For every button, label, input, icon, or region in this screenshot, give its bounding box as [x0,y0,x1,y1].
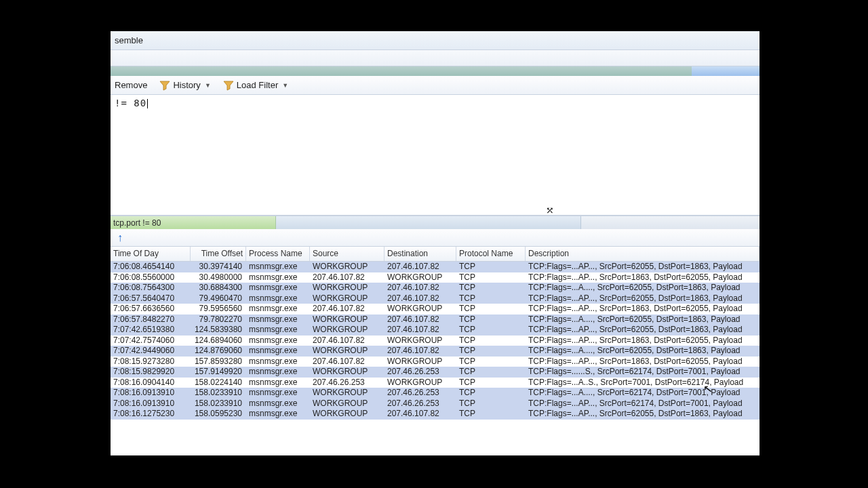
cell-protocol: TCP [456,262,526,272]
pane-toolbar: ↑ [111,229,760,247]
cell-time: 7:08:16.0913910 [111,399,191,409]
cell-protocol: TCP [456,409,526,420]
table-row[interactable]: 7:06:08.756430030.6884300msnmsgr.exeWORK… [111,283,760,293]
table-row[interactable]: 7:06:57.848227079.7802270msnmsgr.exeWORK… [111,314,760,325]
cell-process: msnmsgr.exe [246,388,310,399]
load-filter-label: Load Filter [237,80,278,90]
filter-text: != 80 [115,98,146,108]
chevron-down-icon: ▼ [282,82,288,89]
cell-destination: WORKGROUP [384,336,456,346]
cell-description: TCP:Flags=...AP..., SrcPort=1863, DstPor… [526,357,760,367]
cell-source: WORKGROUP [310,325,384,336]
cell-time: 7:06:57.5640470 [111,293,191,304]
cell-protocol: TCP [456,293,526,304]
load-filter-button[interactable]: Load Filter ▼ [220,79,291,92]
cell-source: WORKGROUP [310,367,384,378]
packet-grid[interactable]: 7:06:08.465414030.3974140msnmsgr.exeWORK… [111,262,760,455]
remove-button[interactable]: Remove [112,79,150,92]
cell-process: msnmsgr.exe [246,262,310,272]
cell-destination: WORKGROUP [384,272,456,283]
col-protocol-name[interactable]: Protocol Name [456,247,526,261]
table-row[interactable]: 7:07:42.6519380124.5839380msnmsgr.exeWOR… [111,325,760,336]
cell-destination: 207.46.107.82 [384,346,456,357]
text-caret [147,99,148,108]
cell-description: TCP:Flags=...AP..., SrcPort=62174, DstPo… [526,399,760,409]
cell-description: TCP:Flags=...AP..., SrcPort=62055, DstPo… [526,409,760,420]
col-time-offset[interactable]: Time Offset [191,247,246,261]
cell-source: WORKGROUP [310,314,384,325]
col-time-of-day[interactable]: Time Of Day [111,247,191,261]
cell-source: 207.46.107.82 [310,304,384,314]
cell-offset: 158.0233910 [191,399,246,409]
filter-expression-editor[interactable]: != 80 ⤱ [111,95,760,216]
status-segment [581,216,760,229]
cell-process: msnmsgr.exe [246,325,310,336]
cell-protocol: TCP [456,378,526,388]
cell-offset: 157.8593280 [191,357,246,367]
history-button[interactable]: History ▼ [157,79,213,92]
cell-offset: 124.6894060 [191,336,246,346]
cell-offset: 157.9149920 [191,367,246,378]
cell-process: msnmsgr.exe [246,399,310,409]
cell-source: WORKGROUP [310,388,384,399]
table-row[interactable]: 7:08:16.0904140158.0224140msnmsgr.exe207… [111,378,760,388]
cell-time: 7:06:08.7564300 [111,283,191,293]
cell-time: 7:06:08.5560000 [111,272,191,283]
up-arrow-icon[interactable]: ↑ [117,232,123,244]
cell-offset: 30.4980000 [191,272,246,283]
cell-protocol: TCP [456,367,526,378]
capture-progress-bar [111,66,760,76]
col-source[interactable]: Source [310,247,384,261]
cell-source: WORKGROUP [310,399,384,409]
cell-process: msnmsgr.exe [246,314,310,325]
table-row[interactable]: 7:07:42.7574060124.6894060msnmsgr.exe207… [111,336,760,346]
table-row[interactable]: 7:08:16.0913910158.0233910msnmsgr.exeWOR… [111,388,760,399]
cell-offset: 79.7802270 [191,314,246,325]
table-row[interactable]: 7:08:16.1275230158.0595230msnmsgr.exeWOR… [111,409,760,420]
col-destination[interactable]: Destination [384,247,456,261]
cell-time: 7:06:08.4654140 [111,262,191,272]
col-description[interactable]: Description [526,247,760,261]
table-row[interactable]: 7:08:15.9829920157.9149920msnmsgr.exeWOR… [111,367,760,378]
cell-destination: 207.46.107.82 [384,262,456,272]
progress-segment-blue [692,66,760,76]
cell-process: msnmsgr.exe [246,304,310,314]
table-row[interactable]: 7:06:57.564047079.4960470msnmsgr.exeWORK… [111,293,760,304]
toolbar-primary [111,50,760,66]
cell-offset: 30.3974140 [191,262,246,272]
menu-item-reassemble[interactable]: semble [115,35,143,45]
cell-source: WORKGROUP [310,346,384,357]
remove-label: Remove [115,80,147,90]
table-row[interactable]: 7:06:08.465414030.3974140msnmsgr.exeWORK… [111,262,760,272]
menubar: semble [111,31,760,50]
history-label: History [173,80,200,90]
cell-process: msnmsgr.exe [246,378,310,388]
table-row[interactable]: 7:06:08.556000030.4980000msnmsgr.exe207.… [111,272,760,283]
cell-description: TCP:Flags=...AP..., SrcPort=62055, DstPo… [526,325,760,336]
cell-offset: 124.5839380 [191,325,246,336]
cell-source: WORKGROUP [310,293,384,304]
cell-source: WORKGROUP [310,409,384,420]
app-window: semble Remove History ▼ Load Filter ▼ !=… [111,31,760,455]
cell-time: 7:07:42.7574060 [111,336,191,346]
cell-source: WORKGROUP [310,262,384,272]
table-row[interactable]: 7:07:42.9449060124.8769060msnmsgr.exeWOR… [111,346,760,357]
cell-protocol: TCP [456,388,526,399]
cell-offset: 158.0224140 [191,378,246,388]
cell-time: 7:06:57.6636560 [111,304,191,314]
cell-source: 207.46.107.82 [310,336,384,346]
cell-source: WORKGROUP [310,283,384,293]
applied-filter-segment: tcp.port != 80 [111,216,276,229]
cell-destination: 207.46.107.82 [384,314,456,325]
table-row[interactable]: 7:08:15.9273280157.8593280msnmsgr.exe207… [111,357,760,367]
cell-destination: WORKGROUP [384,357,456,367]
cell-description: TCP:Flags=...A...., SrcPort=62174, DstPo… [526,388,760,399]
col-process-name[interactable]: Process Name [246,247,310,261]
cell-offset: 124.8769060 [191,346,246,357]
cell-time: 7:08:16.0913910 [111,388,191,399]
table-row[interactable]: 7:06:57.663656079.5956560msnmsgr.exe207.… [111,304,760,314]
cell-process: msnmsgr.exe [246,283,310,293]
cell-description: TCP:Flags=...A...., SrcPort=62055, DstPo… [526,314,760,325]
table-row[interactable]: 7:08:16.0913910158.0233910msnmsgr.exeWOR… [111,399,760,409]
funnel-icon [159,80,170,91]
